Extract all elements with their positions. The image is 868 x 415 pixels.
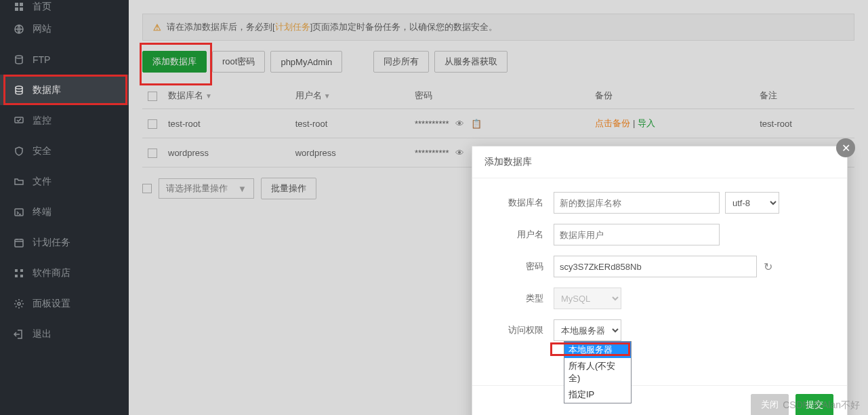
label-password: 密码 bbox=[493, 260, 554, 273]
close-icon[interactable]: ✕ bbox=[836, 138, 855, 157]
access-option-all[interactable]: 所有人(不安全) bbox=[564, 358, 631, 387]
db-name-input[interactable] bbox=[554, 192, 720, 214]
db-access-select[interactable]: 本地服务器 bbox=[554, 319, 621, 341]
access-option-ip[interactable]: 指定IP bbox=[564, 387, 631, 403]
modal-title: 添加数据库 bbox=[472, 146, 847, 178]
db-user-input[interactable] bbox=[554, 224, 720, 245]
watermark: CSDN @Alan不好 bbox=[783, 399, 860, 412]
label-access: 访问权限 bbox=[493, 324, 554, 336]
label-user: 用户名 bbox=[493, 229, 554, 241]
charset-select[interactable]: utf-8 bbox=[725, 192, 779, 214]
label-db-name: 数据库名 bbox=[493, 197, 554, 209]
access-option-local[interactable]: 本地服务器 bbox=[564, 342, 631, 358]
db-password-input[interactable] bbox=[554, 256, 757, 277]
label-type: 类型 bbox=[493, 292, 554, 304]
db-type-select: MySQL bbox=[554, 288, 621, 309]
add-database-modal: ✕ 添加数据库 数据库名 utf-8 用户名 密码 ↻ 类型 MySQL 访问权… bbox=[472, 146, 848, 415]
access-dropdown: 本地服务器 所有人(不安全) 指定IP bbox=[564, 341, 632, 403]
refresh-icon[interactable]: ↻ bbox=[764, 260, 772, 273]
